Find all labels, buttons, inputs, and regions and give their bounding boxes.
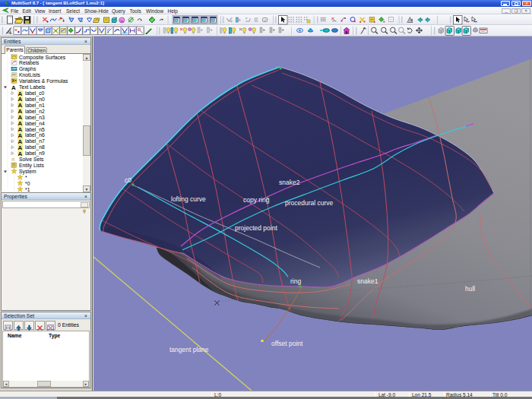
svg-text:label_n6: label_n6 (25, 132, 45, 138)
svg-text:label_n8: label_n8 (25, 144, 45, 150)
svg-text:*0: *0 (25, 181, 30, 186)
svg-text:c0: c0 (125, 176, 131, 184)
svg-text:Graphs: Graphs (19, 66, 36, 72)
svg-text:label_n0: label_n0 (25, 97, 45, 103)
svg-text:Solve Sets: Solve Sets (19, 157, 44, 162)
svg-text:label_n7: label_n7 (25, 138, 45, 144)
svg-text:System: System (19, 169, 36, 175)
svg-text:Text Labels: Text Labels (19, 84, 46, 90)
svg-text:ring: ring (290, 277, 301, 285)
svg-text:label_n1: label_n1 (25, 103, 45, 109)
svg-text:offset point: offset point (271, 340, 303, 347)
svg-text:projected point: projected point (235, 224, 277, 232)
svg-text:*: * (25, 175, 27, 180)
svg-text:label_c0: label_c0 (25, 90, 45, 97)
svg-text:hull: hull (465, 285, 475, 293)
svg-text:label_n9: label_n9 (25, 150, 45, 157)
svg-text:label_n4: label_n4 (25, 121, 45, 127)
svg-text:X=: X= (12, 78, 17, 83)
svg-text:A: A (11, 84, 16, 91)
svg-text:*1: *1 (25, 187, 30, 192)
svg-text:Entity Lists: Entity Lists (19, 163, 44, 169)
svg-text:Variables & Formulas: Variables & Formulas (19, 78, 68, 84)
svg-text:Composite Surfaces: Composite Surfaces (19, 55, 66, 61)
svg-text:=: = (11, 157, 14, 162)
svg-text:copy ring: copy ring (243, 196, 270, 204)
svg-text:KnotLists: KnotLists (19, 72, 41, 78)
svg-text:snake2: snake2 (279, 179, 300, 186)
svg-text:lofting curve: lofting curve (171, 195, 206, 203)
svg-text:label_n2: label_n2 (25, 109, 45, 115)
svg-text:snake1: snake1 (357, 277, 378, 285)
svg-text:procedural curve: procedural curve (285, 199, 334, 207)
svg-text:Relabels: Relabels (19, 60, 40, 65)
svg-text:tangent plane: tangent plane (169, 346, 209, 353)
svg-text:label_n5: label_n5 (25, 127, 45, 133)
svg-text:label_n3: label_n3 (25, 115, 45, 121)
